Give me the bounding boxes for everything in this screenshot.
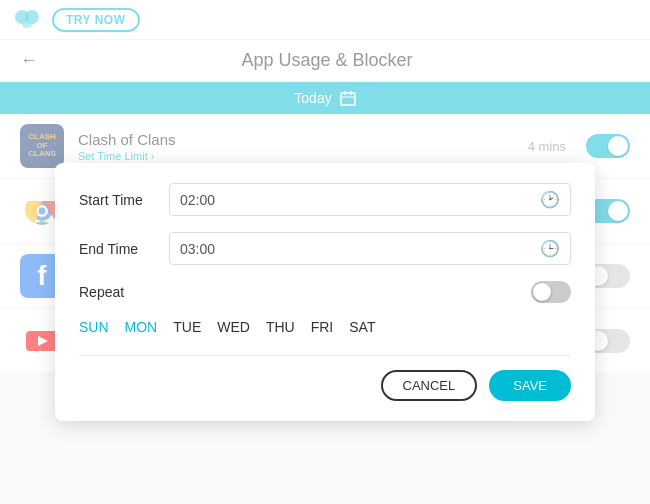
start-time-input-wrap[interactable]: 🕑 <box>169 183 571 216</box>
start-time-clock-icon[interactable]: 🕑 <box>540 190 560 209</box>
repeat-label: Repeat <box>79 284 531 300</box>
start-time-input[interactable] <box>180 192 540 208</box>
modal-overlay: Start Time 🕑 End Time 🕒 Repeat SUN MON T… <box>0 0 650 504</box>
day-wed[interactable]: WED <box>217 319 250 335</box>
repeat-row: Repeat <box>79 281 571 303</box>
end-time-row: End Time 🕒 <box>79 232 571 265</box>
repeat-toggle[interactable] <box>531 281 571 303</box>
end-time-input[interactable] <box>180 241 540 257</box>
time-limit-modal: Start Time 🕑 End Time 🕒 Repeat SUN MON T… <box>55 163 595 421</box>
day-sat[interactable]: SAT <box>349 319 375 335</box>
start-time-row: Start Time 🕑 <box>79 183 571 216</box>
modal-actions: CANCEL SAVE <box>79 355 571 401</box>
days-row: SUN MON TUE WED THU FRI SAT <box>79 319 571 335</box>
start-time-label: Start Time <box>79 192 169 208</box>
end-time-label: End Time <box>79 241 169 257</box>
end-time-input-wrap[interactable]: 🕒 <box>169 232 571 265</box>
cancel-button[interactable]: CANCEL <box>381 370 478 401</box>
end-time-clock-icon[interactable]: 🕒 <box>540 239 560 258</box>
day-mon[interactable]: MON <box>125 319 158 335</box>
day-thu[interactable]: THU <box>266 319 295 335</box>
day-fri[interactable]: FRI <box>311 319 334 335</box>
day-sun[interactable]: SUN <box>79 319 109 335</box>
save-button[interactable]: SAVE <box>489 370 571 401</box>
day-tue[interactable]: TUE <box>173 319 201 335</box>
